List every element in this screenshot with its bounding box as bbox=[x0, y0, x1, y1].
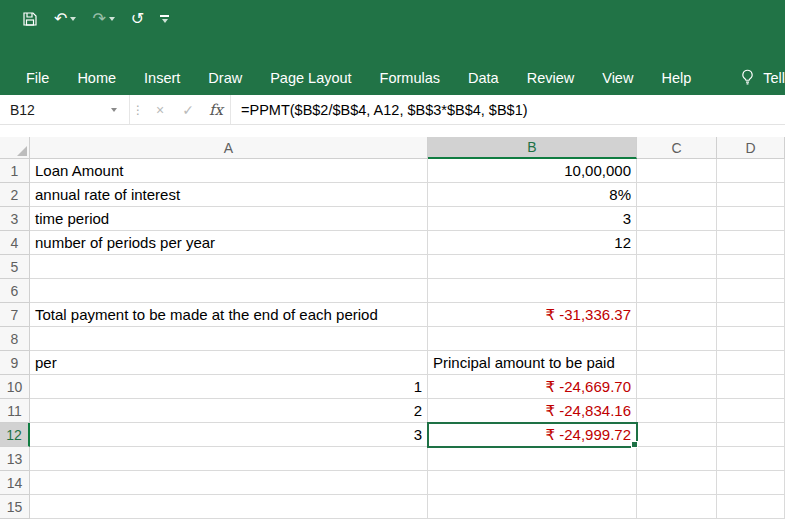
cell-C3[interactable] bbox=[637, 207, 717, 231]
undo-dropdown-icon[interactable] bbox=[70, 17, 76, 21]
cell-A12[interactable]: 3 bbox=[30, 423, 428, 447]
row-header-13[interactable]: 13 bbox=[0, 447, 30, 471]
cell-C12[interactable] bbox=[637, 423, 717, 447]
ribbon-tab-review[interactable]: Review bbox=[513, 70, 589, 86]
cell-B11[interactable]: ₹ -24,834.16 bbox=[428, 399, 637, 423]
row-header-6[interactable]: 6 bbox=[0, 279, 30, 303]
cell-D6[interactable] bbox=[717, 279, 785, 303]
ribbon-tab-file[interactable]: File bbox=[12, 70, 63, 86]
row-header-7[interactable]: 7 bbox=[0, 303, 30, 327]
cell-C7[interactable] bbox=[637, 303, 717, 327]
row-header-10[interactable]: 10 bbox=[0, 375, 30, 399]
row-header-15[interactable]: 15 bbox=[0, 495, 30, 519]
cell-C13[interactable] bbox=[637, 447, 717, 471]
cell-D13[interactable] bbox=[717, 447, 785, 471]
cell-C14[interactable] bbox=[637, 471, 717, 495]
save-button[interactable] bbox=[22, 11, 38, 27]
cell-B7[interactable]: ₹ -31,336.37 bbox=[428, 303, 637, 327]
cell-C15[interactable] bbox=[637, 495, 717, 519]
cell-D5[interactable] bbox=[717, 255, 785, 279]
cell-B5[interactable] bbox=[428, 255, 637, 279]
cell-C9[interactable] bbox=[637, 351, 717, 375]
row-header-12[interactable]: 12 bbox=[0, 423, 30, 447]
cell-A2[interactable]: annual rate of interest bbox=[30, 183, 428, 207]
cell-A5[interactable] bbox=[30, 255, 428, 279]
cell-B9[interactable]: Principal amount to be paid bbox=[428, 351, 637, 375]
row-header-14[interactable]: 14 bbox=[0, 471, 30, 495]
insert-function-button[interactable]: fx bbox=[202, 101, 230, 119]
cell-D4[interactable] bbox=[717, 231, 785, 255]
column-header-c[interactable]: C bbox=[637, 137, 717, 159]
redo-button[interactable]: ↷ bbox=[92, 11, 114, 27]
cell-D7[interactable] bbox=[717, 303, 785, 327]
redo-dropdown-icon[interactable] bbox=[109, 17, 115, 21]
cell-A10[interactable]: 1 bbox=[30, 375, 428, 399]
cell-A11[interactable]: 2 bbox=[30, 399, 428, 423]
cell-B2[interactable]: 8% bbox=[428, 183, 637, 207]
cell-B4[interactable]: 12 bbox=[428, 231, 637, 255]
cell-A13[interactable] bbox=[30, 447, 428, 471]
ribbon-tab-view[interactable]: View bbox=[588, 70, 647, 86]
customize-qat-button[interactable] bbox=[160, 15, 169, 23]
name-box[interactable]: B12 bbox=[0, 95, 130, 124]
column-header-b[interactable]: B bbox=[428, 137, 637, 159]
ribbon-tab-data[interactable]: Data bbox=[454, 70, 513, 86]
name-box-dropdown-icon[interactable] bbox=[111, 108, 117, 112]
cell-D9[interactable] bbox=[717, 351, 785, 375]
cell-B13[interactable] bbox=[428, 447, 637, 471]
cell-C4[interactable] bbox=[637, 231, 717, 255]
cell-A15[interactable] bbox=[30, 495, 428, 519]
row-header-3[interactable]: 3 bbox=[0, 207, 30, 231]
repeat-button[interactable]: ↺ bbox=[131, 11, 144, 27]
cell-D11[interactable] bbox=[717, 399, 785, 423]
row-header-8[interactable]: 8 bbox=[0, 327, 30, 351]
enter-button[interactable]: ✓ bbox=[174, 102, 202, 118]
row-header-2[interactable]: 2 bbox=[0, 183, 30, 207]
cell-C6[interactable] bbox=[637, 279, 717, 303]
cancel-button[interactable]: × bbox=[146, 102, 174, 118]
cell-C10[interactable] bbox=[637, 375, 717, 399]
cell-B15[interactable] bbox=[428, 495, 637, 519]
select-all-corner[interactable] bbox=[0, 137, 30, 159]
column-header-a[interactable]: A bbox=[30, 137, 428, 159]
cell-C11[interactable] bbox=[637, 399, 717, 423]
cell-D15[interactable] bbox=[717, 495, 785, 519]
row-header-1[interactable]: 1 bbox=[0, 159, 30, 183]
cell-B3[interactable]: 3 bbox=[428, 207, 637, 231]
cell-B1[interactable]: 10,00,000 bbox=[428, 159, 637, 183]
cell-A7[interactable]: Total payment to be made at the end of e… bbox=[30, 303, 428, 327]
cell-C2[interactable] bbox=[637, 183, 717, 207]
ribbon-tab-page-layout[interactable]: Page Layout bbox=[256, 70, 365, 86]
cell-B10[interactable]: ₹ -24,669.70 bbox=[428, 375, 637, 399]
cell-C8[interactable] bbox=[637, 327, 717, 351]
cell-D10[interactable] bbox=[717, 375, 785, 399]
cell-A1[interactable]: Loan Amount bbox=[30, 159, 428, 183]
cell-D8[interactable] bbox=[717, 327, 785, 351]
ribbon-tab-help[interactable]: Help bbox=[647, 70, 705, 86]
cell-B8[interactable] bbox=[428, 327, 637, 351]
ribbon-tab-draw[interactable]: Draw bbox=[194, 70, 256, 86]
cell-D12[interactable] bbox=[717, 423, 785, 447]
cell-B14[interactable] bbox=[428, 471, 637, 495]
cell-C5[interactable] bbox=[637, 255, 717, 279]
cell-D14[interactable] bbox=[717, 471, 785, 495]
ribbon-tab-home[interactable]: Home bbox=[63, 70, 130, 86]
cell-A14[interactable] bbox=[30, 471, 428, 495]
row-header-5[interactable]: 5 bbox=[0, 255, 30, 279]
cell-A8[interactable] bbox=[30, 327, 428, 351]
undo-button[interactable]: ↶ bbox=[54, 11, 76, 27]
row-header-4[interactable]: 4 bbox=[0, 231, 30, 255]
cell-B12[interactable]: ₹ -24,999.72 bbox=[428, 423, 637, 447]
cell-A3[interactable]: time period bbox=[30, 207, 428, 231]
cell-A4[interactable]: number of periods per year bbox=[30, 231, 428, 255]
cell-A6[interactable] bbox=[30, 279, 428, 303]
cell-B6[interactable] bbox=[428, 279, 637, 303]
row-header-9[interactable]: 9 bbox=[0, 351, 30, 375]
tell-me-button[interactable]: Tell bbox=[739, 69, 785, 86]
cell-C1[interactable] bbox=[637, 159, 717, 183]
cell-D2[interactable] bbox=[717, 183, 785, 207]
ribbon-tab-insert[interactable]: Insert bbox=[130, 70, 194, 86]
cell-D1[interactable] bbox=[717, 159, 785, 183]
ribbon-tab-formulas[interactable]: Formulas bbox=[366, 70, 454, 86]
formula-bar-drag-handle-icon[interactable]: ⋮ bbox=[130, 103, 146, 117]
